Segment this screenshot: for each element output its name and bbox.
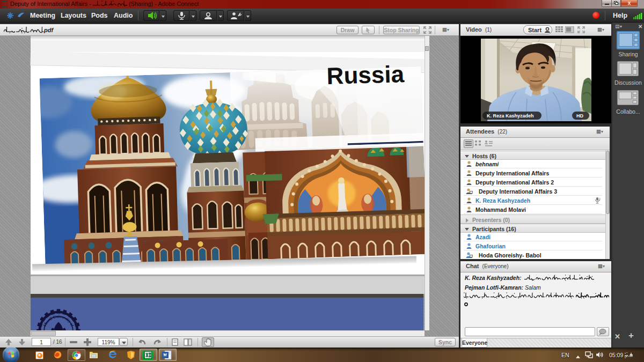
svg-text:K. Reza Kashyzadeh: K. Reza Kashyzadeh xyxy=(487,113,534,119)
svg-text:HD: HD xyxy=(576,113,583,119)
